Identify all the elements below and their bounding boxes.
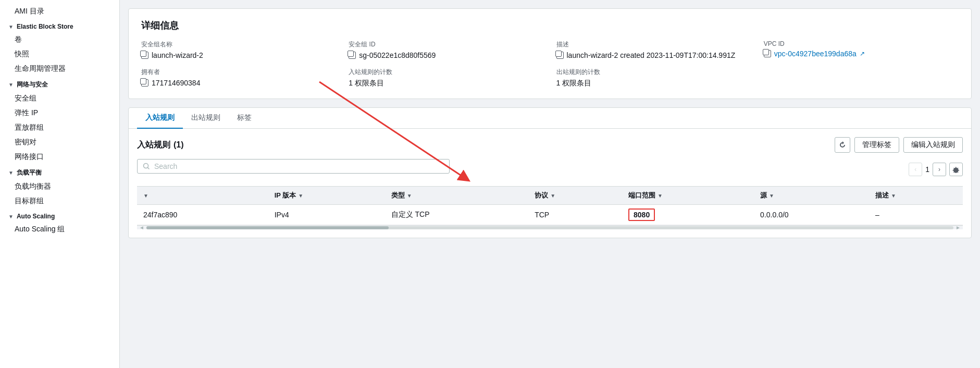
sidebar-item-auto-scaling-groups[interactable]: Auto Scaling 组	[0, 222, 119, 237]
table-container: ▼ IP 版本 ▼ 类型	[137, 186, 963, 225]
inbound-rules-table: ▼ IP 版本 ▼ 类型	[137, 186, 963, 225]
collapse-arrow-icon: ▼	[8, 82, 14, 88]
settings-icon[interactable]	[949, 163, 963, 176]
collapse-arrow-icon: ▼	[8, 170, 14, 176]
manage-tags-button[interactable]: 管理标签	[854, 137, 899, 153]
horizontal-scrollbar[interactable]: ◄ ►	[137, 225, 963, 229]
detail-grid: 安全组名称 launch-wizard-2 安全组 ID sg-05022e1c…	[141, 40, 959, 88]
detail-field-inbound-count: 入站规则的计数 1 权限条目	[349, 68, 543, 88]
cell-description: –	[869, 205, 963, 225]
col-header-protocol[interactable]: 协议 ▼	[528, 187, 622, 205]
sidebar-item-volumes[interactable]: 卷	[0, 32, 119, 47]
sidebar: AMI 目录 ▼ Elastic Block Store 卷 快照 生命周期管理…	[0, 0, 120, 368]
tab-tags[interactable]: 标签	[229, 108, 260, 129]
sidebar-item-target-groups[interactable]: 目标群组	[0, 194, 119, 208]
cell-port-range: 8080	[622, 205, 754, 225]
sidebar-item-ami-catalog[interactable]: AMI 目录	[0, 4, 119, 19]
copy-icon[interactable]	[349, 52, 356, 59]
rules-header: 入站规则 (1) 管理标签 编辑入站规则	[137, 137, 963, 153]
sidebar-item-load-balancers[interactable]: 负载均衡器	[0, 179, 119, 194]
col-header-description[interactable]: 描述 ▼	[869, 187, 963, 205]
filter-icon: ▼	[143, 193, 148, 199]
sidebar-item-snapshots[interactable]: 快照	[0, 47, 119, 62]
cell-type: 自定义 TCP	[385, 205, 529, 225]
tab-inbound-rules[interactable]: 入站规则	[137, 108, 183, 129]
port-range-value: 8080	[628, 208, 655, 221]
detail-field-outbound-count: 出站规则的计数 1 权限条目	[556, 68, 751, 88]
pagination-next-button[interactable]: ›	[933, 163, 946, 176]
detail-field-security-group-name: 安全组名称 launch-wizard-2	[141, 40, 336, 59]
col-header-rule-id[interactable]: ▼	[137, 187, 268, 205]
sidebar-section-auto-scaling[interactable]: ▼ Auto Scaling	[0, 208, 119, 222]
sidebar-item-security-groups[interactable]: 安全组	[0, 91, 119, 106]
col-header-type[interactable]: 类型 ▼	[385, 187, 529, 205]
filter-icon: ▼	[891, 193, 896, 199]
sidebar-section-elastic-block-store[interactable]: ▼ Elastic Block Store	[0, 19, 119, 32]
filter-icon: ▼	[407, 193, 412, 199]
detail-field-owner: 拥有者 171714690384	[141, 68, 336, 88]
tabs-and-rules: 入站规则 出站规则 标签 入站规则 (1) 管理标签 编辑入站规则	[128, 107, 972, 238]
copy-icon[interactable]	[764, 50, 771, 57]
tabs-bar: 入站规则 出站规则 标签	[129, 108, 971, 129]
external-link-icon: ↗	[860, 50, 865, 57]
filter-icon: ▼	[298, 193, 303, 199]
cell-protocol: TCP	[528, 205, 622, 225]
sidebar-section-load-balancing[interactable]: ▼ 负载平衡	[0, 164, 119, 179]
collapse-arrow-icon: ▼	[8, 24, 14, 30]
search-input[interactable]	[154, 162, 444, 170]
filter-icon: ▼	[769, 193, 774, 199]
col-header-ip-version[interactable]: IP 版本 ▼	[268, 187, 385, 205]
pagination-prev-button[interactable]: ‹	[909, 163, 922, 176]
cell-ip-version: IPv4	[268, 205, 385, 225]
detail-card-title: 详细信息	[141, 19, 959, 32]
collapse-arrow-icon: ▼	[8, 214, 14, 219]
main-content: 详细信息 安全组名称 launch-wizard-2 安全组 ID sg-050…	[120, 0, 980, 368]
cell-source: 0.0.0.0/0	[754, 205, 869, 225]
sidebar-item-elastic-ips[interactable]: 弹性 IP	[0, 106, 119, 120]
sidebar-item-placement-groups[interactable]: 置放群组	[0, 120, 119, 135]
rules-title: 入站规则 (1)	[137, 140, 184, 151]
rules-actions: 管理标签 编辑入站规则	[835, 137, 963, 153]
table-row: 24f7ac890 IPv4 自定义 TCP TCP	[137, 205, 963, 225]
inbound-rules-section: 入站规则 (1) 管理标签 编辑入站规则	[129, 129, 971, 238]
copy-icon[interactable]	[141, 79, 148, 87]
refresh-button[interactable]	[835, 137, 850, 153]
search-bar	[137, 159, 450, 174]
detail-field-security-group-id: 安全组 ID sg-05022e1c8d80f5569	[349, 40, 543, 59]
sidebar-section-network-security[interactable]: ▼ 网络与安全	[0, 76, 119, 91]
tab-outbound-rules[interactable]: 出站规则	[183, 108, 229, 129]
copy-icon[interactable]	[556, 52, 564, 59]
filter-icon: ▼	[550, 193, 555, 199]
search-pagination-row: ‹ 1 ›	[137, 159, 963, 180]
edit-inbound-rules-button[interactable]: 编辑入站规则	[903, 137, 963, 153]
cell-rule-id: 24f7ac890	[137, 205, 268, 225]
detail-card: 详细信息 安全组名称 launch-wizard-2 安全组 ID sg-050…	[128, 8, 972, 99]
filter-icon: ▼	[658, 193, 663, 199]
sidebar-item-network-interfaces[interactable]: 网络接口	[0, 150, 119, 164]
pagination: ‹ 1 ›	[909, 163, 963, 176]
col-header-port-range[interactable]: 端口范围 ▼	[622, 187, 754, 205]
sidebar-item-lifecycle-manager[interactable]: 生命周期管理器	[0, 62, 119, 76]
col-header-source[interactable]: 源 ▼	[754, 187, 869, 205]
search-icon	[143, 163, 150, 170]
sidebar-item-key-pairs[interactable]: 密钥对	[0, 135, 119, 150]
copy-icon[interactable]	[141, 52, 148, 59]
detail-field-description: 描述 launch-wizard-2 created 2023-11-09T17…	[556, 40, 751, 59]
detail-field-vpc-id: VPC ID vpc-0c4927bee199da68a ↗	[764, 40, 959, 59]
